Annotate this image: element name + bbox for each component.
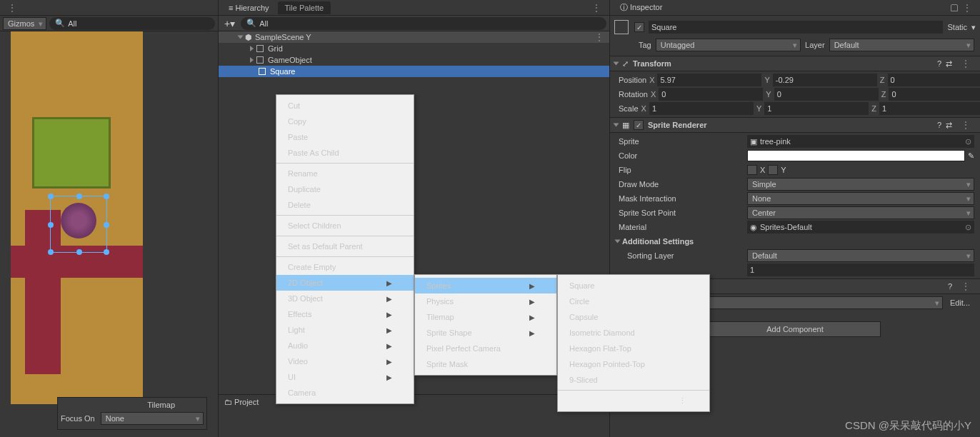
kebab-icon[interactable]: ⋮ <box>558 393 709 408</box>
menu-item[interactable]: Square <box>558 278 709 293</box>
gizmos-dropdown[interactable]: Gizmos <box>3 17 46 30</box>
material-field[interactable]: ◉ Sprites-Default <box>747 221 974 233</box>
scl-x[interactable] <box>649 102 754 115</box>
order-field[interactable] <box>747 263 974 276</box>
add-component-button[interactable]: Add Component <box>709 321 881 337</box>
rot-z[interactable] <box>889 88 980 101</box>
kebab-icon[interactable]: ⋮ <box>958 2 977 14</box>
help-icon[interactable]: ? <box>937 59 941 68</box>
pos-x[interactable] <box>657 74 761 86</box>
kebab-icon[interactable]: ⋮ <box>3 2 22 14</box>
drawmode-dropdown[interactable]: Simple <box>747 178 974 191</box>
menu-item[interactable]: Physics▶ <box>415 293 556 309</box>
hierarchy-item-gameobject[interactable]: GameObject <box>219 54 609 66</box>
menu-item[interactable]: Create Empty <box>276 259 414 275</box>
menu-item[interactable]: Delete <box>276 197 414 213</box>
tab-tile-palette[interactable]: Tile Palette <box>278 1 331 14</box>
menu-item[interactable]: 2D Object▶ <box>276 275 414 291</box>
edit-button[interactable]: Edit... <box>946 298 974 307</box>
menu-item[interactable]: 9-Sliced <box>558 372 709 388</box>
kebab-icon[interactable]: ⋮ <box>956 281 976 292</box>
menu-item[interactable]: Sprite Shape▶ <box>415 325 556 341</box>
menu-item[interactable]: Camera <box>276 385 414 401</box>
layer-dropdown[interactable]: Default <box>829 39 974 51</box>
pos-z[interactable] <box>888 74 980 86</box>
object-name-field[interactable] <box>649 21 943 34</box>
hierarchy-header: ≡ Hierarchy Tile Palette ⋮ <box>219 0 609 16</box>
menu-item[interactable]: Rename <box>276 166 414 181</box>
sprite-label: Sprite <box>616 137 744 146</box>
tag-dropdown[interactable]: Untagged <box>656 39 801 51</box>
eyedropper-icon[interactable]: ✎ <box>968 151 974 161</box>
pos-y[interactable] <box>773 74 877 86</box>
focus-on-label: Focus On <box>61 414 95 423</box>
kebab-icon[interactable]: ⋮ <box>956 58 976 69</box>
selection-gizmo[interactable] <box>50 196 107 253</box>
menu-item[interactable]: Pixel Perfect Camera <box>415 341 556 356</box>
expand-icon[interactable] <box>238 36 244 39</box>
rot-y[interactable] <box>774 88 879 101</box>
rot-x[interactable] <box>659 88 763 101</box>
sort-dropdown[interactable]: Center <box>747 206 974 219</box>
hierarchy-search[interactable]: 🔍 All <box>241 17 606 30</box>
menu-item[interactable]: 3D Object▶ <box>276 291 414 306</box>
gameobject-icon <box>256 45 264 52</box>
scl-y[interactable] <box>764 102 869 115</box>
kebab-icon[interactable]: ⋮ <box>587 2 606 14</box>
menu-item[interactable]: Capsule <box>558 309 709 325</box>
inspector-header: ⓘ Inspector ⋮ <box>610 0 980 16</box>
kebab-icon[interactable]: ⋮ <box>956 119 976 131</box>
menu-item[interactable]: Tilemap▶ <box>415 309 556 325</box>
help-icon[interactable]: ? <box>948 282 952 291</box>
menu-item[interactable]: Audio▶ <box>276 338 414 353</box>
menu-item[interactable]: Copy <box>276 114 414 129</box>
scl-z[interactable] <box>879 102 980 115</box>
mask-dropdown[interactable]: None <box>747 192 974 205</box>
menu-item[interactable]: Light▶ <box>276 322 414 338</box>
kebab-icon[interactable]: ⋮ <box>590 31 609 43</box>
layer-label: Layer <box>805 41 825 49</box>
menu-item[interactable]: Hexagon Pointed-Top <box>558 356 709 372</box>
menu-item[interactable]: Duplicate <box>276 181 414 197</box>
menu-item[interactable]: Circle <box>558 293 709 309</box>
enabled-checkbox[interactable]: ✓ <box>634 120 644 130</box>
menu-item[interactable]: Effects▶ <box>276 306 414 322</box>
help-icon[interactable]: ? <box>937 121 941 129</box>
expand-icon[interactable] <box>615 240 621 243</box>
scene-root[interactable]: ⬢ SampleScene Y ⋮ <box>219 31 609 43</box>
expand-icon[interactable] <box>250 57 254 63</box>
preset-icon[interactable]: ⇄ <box>946 121 952 130</box>
color-label: Color <box>616 151 744 160</box>
tab-inspector[interactable]: ⓘ Inspector <box>613 0 669 15</box>
tab-hierarchy[interactable]: ≡ Hierarchy <box>221 1 276 14</box>
sorting-layer-dropdown[interactable]: Default <box>747 249 974 262</box>
flip-y-checkbox[interactable] <box>768 165 778 175</box>
menu-item: Paste As Child <box>276 145 414 161</box>
color-field[interactable] <box>747 150 965 161</box>
add-button[interactable]: +▾ <box>221 18 238 29</box>
project-tab[interactable]: Project <box>234 398 259 406</box>
hierarchy-item-grid[interactable]: Grid <box>219 43 609 54</box>
flip-x-checkbox[interactable] <box>747 165 757 175</box>
scene-search[interactable]: 🔍 All <box>49 17 215 30</box>
expand-icon[interactable] <box>250 46 254 51</box>
preset-icon[interactable]: ⇄ <box>946 59 952 69</box>
static-dropdown[interactable]: ▾ <box>971 23 976 32</box>
menu-item[interactable]: Isometric Diamond <box>558 325 709 341</box>
sprite-field[interactable]: ▣ tree-pink <box>747 135 974 148</box>
sprite-renderer-header[interactable]: ▦ ✓ Sprite Renderer ?⇄⋮ <box>610 117 980 133</box>
menu-item[interactable]: Video▶ <box>276 353 414 369</box>
menu-item[interactable]: Hexagon Flat-Top <box>558 341 709 356</box>
lock-icon[interactable] <box>951 4 958 11</box>
menu-item[interactable]: Sprites▶ <box>415 278 556 293</box>
transform-header[interactable]: ⤢ Transform ?⇄⋮ <box>610 56 980 71</box>
menu-item[interactable]: UI▶ <box>276 369 414 385</box>
focus-dropdown[interactable]: None <box>101 412 204 425</box>
menu-item[interactable]: Sprite Mask <box>415 356 556 372</box>
hierarchy-item-square[interactable]: Square <box>219 66 609 77</box>
menu-item[interactable]: Cut <box>276 98 414 114</box>
expand-icon[interactable] <box>614 124 619 127</box>
expand-icon[interactable] <box>614 62 619 66</box>
active-checkbox[interactable]: ✓ <box>634 22 644 32</box>
scene-canvas[interactable] <box>0 31 218 404</box>
